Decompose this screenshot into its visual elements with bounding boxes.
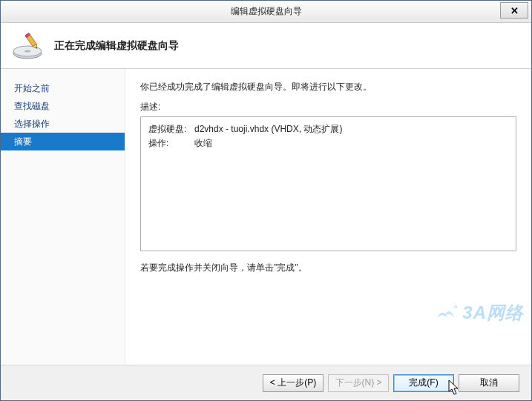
svg-point-2	[24, 50, 30, 52]
sidebar-item-before-begin[interactable]: 开始之前	[1, 79, 125, 97]
disk-edit-icon	[11, 30, 44, 62]
summary-row-vhd: 虚拟硬盘: d2vhdx - tuoji.vhdx (VHDX, 动态扩展)	[148, 123, 508, 136]
summary-row-op: 操作: 收缩	[148, 137, 508, 150]
cancel-button[interactable]: 取消	[459, 374, 519, 392]
summary-vhd-label: 虚拟硬盘:	[148, 123, 194, 136]
titlebar: 编辑虚拟硬盘向导 ✕	[1, 1, 531, 23]
summary-op-label: 操作:	[148, 137, 194, 150]
close-button[interactable]: ✕	[500, 2, 528, 19]
wizard-window: 编辑虚拟硬盘向导 ✕ 正在完成编辑虚拟硬盘向导 开始之前 查找磁盘	[0, 0, 532, 401]
summary-box: 虚拟硬盘: d2vhdx - tuoji.vhdx (VHDX, 动态扩展) 操…	[140, 116, 516, 251]
intro-text: 你已经成功完成了编辑虚拟硬盘向导。即将进行以下更改。	[140, 81, 516, 93]
wizard-body: 开始之前 查找磁盘 选择操作 摘要 你已经成功完成了编辑虚拟硬盘向导。即将进行以…	[1, 69, 531, 365]
window-title: 编辑虚拟硬盘向导	[231, 5, 302, 18]
sidebar-item-summary[interactable]: 摘要	[1, 133, 125, 150]
watermark-text: 3A网络	[462, 301, 524, 325]
wizard-footer: < 上一步(P) 下一步(N) > 完成(F) 取消	[1, 365, 531, 400]
main-panel: 你已经成功完成了编辑虚拟硬盘向导。即将进行以下更改。 描述: 虚拟硬盘: d2v…	[125, 69, 531, 365]
wizard-header: 正在完成编辑虚拟硬盘向导	[1, 23, 531, 69]
summary-op-value: 收缩	[194, 137, 508, 150]
description-label: 描述:	[140, 101, 516, 113]
page-title: 正在完成编辑虚拟硬盘向导	[54, 39, 179, 53]
sidebar: 开始之前 查找磁盘 选择操作 摘要	[1, 69, 125, 365]
close-icon: ✕	[510, 5, 519, 16]
finish-button[interactable]: 完成(F)	[393, 374, 454, 392]
sidebar-item-choose-action[interactable]: 选择操作	[1, 115, 125, 133]
previous-button[interactable]: < 上一步(P)	[263, 374, 324, 392]
sidebar-item-locate-disk[interactable]: 查找磁盘	[1, 97, 125, 115]
next-button: 下一步(N) >	[328, 374, 389, 392]
svg-point-7	[455, 305, 457, 308]
summary-vhd-value: d2vhdx - tuoji.vhdx (VHDX, 动态扩展)	[194, 123, 508, 136]
finish-hint: 若要完成操作并关闭向导，请单击"完成"。	[140, 262, 516, 274]
watermark: 3A网络	[436, 301, 524, 325]
